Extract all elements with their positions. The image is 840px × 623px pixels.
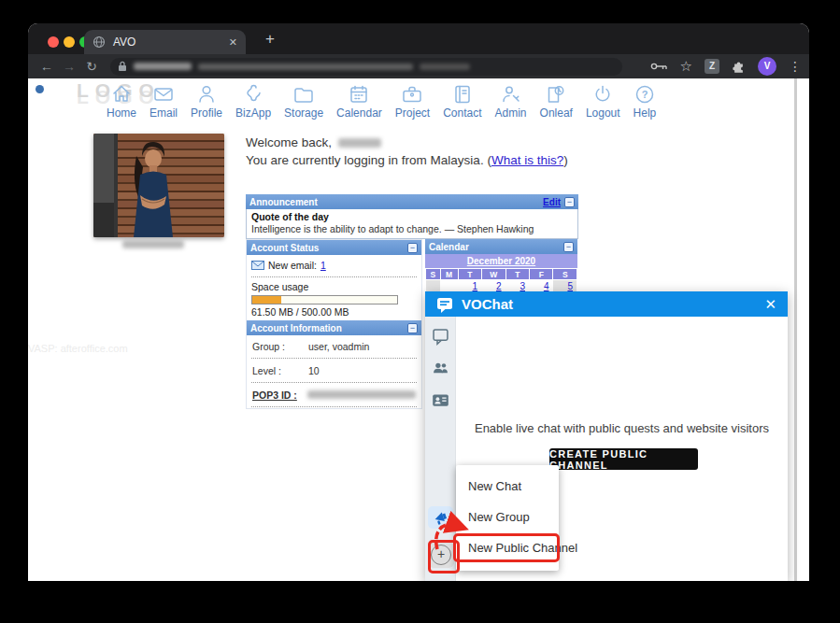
profile-photo [93, 134, 224, 237]
calendar-header: Calendar − [425, 239, 577, 254]
contacts-tab-icon[interactable] [431, 390, 450, 410]
pop3-id-link[interactable]: POP3 ID : [252, 389, 307, 401]
browser-tab[interactable]: AVO ✕ [84, 30, 246, 54]
calendar-date-link[interactable]: 3 [520, 281, 525, 291]
calendar-date-link[interactable]: 5 [567, 281, 573, 291]
nav-label: Logout [586, 106, 620, 120]
reload-button[interactable]: ↻ [80, 59, 103, 74]
create-public-channel-button[interactable]: CREATE PUBLIC CHANNEL [549, 448, 698, 470]
nav-item-onleaf[interactable]: Onleaf [540, 83, 573, 120]
help-icon: ? [634, 83, 656, 106]
account-status-header: Account Status − [247, 240, 421, 255]
calendar-day-header: T [459, 269, 481, 279]
nav-item-storage[interactable]: Storage [284, 83, 323, 120]
welcome-block: Welcome back, You are currently logging … [246, 135, 568, 167]
account-info-header: Account Information − [247, 320, 421, 335]
vochat-empty-text: Enable live chat with public quests and … [456, 421, 788, 435]
redacted-photo-name [122, 240, 184, 248]
account-info-body: Group : user, voadmin Level : 10 POP3 ID… [247, 335, 421, 414]
announcement-body: Quote of the day Intelligence is the abi… [246, 209, 578, 239]
nav-item-profile[interactable]: Profile [191, 83, 222, 120]
calendar-cell-empty [441, 280, 458, 291]
nav-label: Onleaf [540, 106, 573, 120]
account-status-collapse-button[interactable]: − [407, 243, 418, 253]
calendar-date-link[interactable]: 2 [496, 281, 502, 291]
nav-item-email[interactable]: Email [149, 83, 178, 120]
calendar-cell: 4 [530, 280, 552, 291]
nav-label: Calendar [336, 106, 382, 120]
announcement-edit-link[interactable]: Edit [543, 197, 561, 207]
divider [251, 406, 417, 407]
mac-minimize-button[interactable] [64, 36, 75, 48]
project-briefcase-icon [401, 83, 423, 106]
logo-dot-icon [36, 85, 44, 93]
chats-tab-icon[interactable] [431, 326, 450, 346]
annotation-arrow [430, 510, 477, 555]
tab-close-button[interactable]: ✕ [229, 36, 237, 49]
nav-label: Profile [191, 106, 222, 120]
menu-item-new-chat[interactable]: New Chat [456, 471, 559, 502]
welcome-location-text: You are currently logging in from Malays… [246, 153, 484, 167]
nav-label: BizApp [235, 106, 271, 120]
extension-z-icon[interactable]: Z [705, 59, 719, 74]
what-is-this-link[interactable]: What is this? [491, 153, 563, 167]
extensions-puzzle-icon[interactable] [732, 60, 746, 74]
announcement-title: Announcement [249, 197, 543, 207]
new-email-count-link[interactable]: 1 [320, 260, 326, 271]
calendar-cell: 5 [553, 280, 577, 291]
main-nav: Home Email Profile BizApp Storage [107, 83, 656, 120]
nav-label: Project [395, 106, 430, 120]
nav-item-bizapp[interactable]: BizApp [235, 83, 271, 120]
announcement-collapse-button[interactable]: − [564, 197, 575, 207]
new-tab-button[interactable]: + [259, 28, 281, 50]
vochat-close-button[interactable]: ✕ [764, 296, 776, 313]
address-bar[interactable] [110, 58, 622, 76]
profile-icon [195, 83, 218, 106]
page-scrollbar[interactable] [794, 78, 797, 581]
tab-title: AVO [113, 35, 221, 49]
welcome-greeting: Welcome back, [246, 135, 332, 149]
calendar-cell: 2 [482, 280, 505, 291]
forward-button[interactable]: → [58, 59, 80, 74]
profile-avatar[interactable]: V [758, 57, 776, 76]
calendar-day-header: W [482, 269, 505, 279]
calendar-table: S M T W T F S 1 2 3 4 [425, 268, 577, 292]
screenshot-stage: AVO ✕ + ← → ↻ [0, 0, 840, 623]
quote-text: Intelligence is the ability to adapt to … [251, 223, 573, 234]
nav-item-contact[interactable]: Contact [443, 83, 481, 120]
nav-item-home[interactable]: Home [107, 83, 136, 120]
calendar-collapse-button[interactable]: − [563, 242, 574, 252]
home-icon [110, 83, 133, 106]
bookmark-star-icon[interactable]: ☆ [680, 58, 692, 75]
level-value: 10 [308, 365, 320, 376]
redacted-url-path [198, 64, 413, 70]
redacted-username [338, 138, 381, 148]
calendar-day-header: S [553, 269, 577, 279]
mac-close-button[interactable] [48, 36, 59, 48]
nav-label: Email [149, 106, 178, 120]
password-key-icon[interactable] [650, 62, 668, 71]
space-usage-bar-fill [252, 296, 281, 304]
calendar-cell: 3 [506, 280, 529, 291]
paren-close: ) [563, 153, 568, 167]
groups-tab-icon[interactable] [431, 358, 450, 377]
calendar-month-row: December 2020 [425, 254, 577, 268]
email-icon [152, 83, 175, 106]
nav-label: Help [634, 106, 657, 120]
nav-item-help[interactable]: ? Help [634, 83, 657, 120]
calendar-date-link[interactable]: 4 [544, 281, 549, 291]
account-info-collapse-button[interactable]: − [407, 323, 418, 333]
account-status-title: Account Status [250, 243, 407, 253]
nav-item-calendar[interactable]: Calendar [336, 83, 382, 120]
nav-item-logout[interactable]: Logout [586, 83, 620, 120]
nav-label: Admin [495, 106, 527, 120]
chrome-menu-icon[interactable]: ⋮ [789, 59, 802, 74]
space-usage-label: Space usage [251, 281, 417, 292]
calendar-month-link[interactable]: December 2020 [467, 256, 535, 266]
nav-item-admin[interactable]: Admin [495, 83, 527, 120]
nav-item-project[interactable]: Project [395, 83, 430, 120]
calendar-date-link[interactable]: 1 [473, 281, 478, 291]
calendar-cell-empty [426, 280, 440, 291]
back-button[interactable]: ← [36, 59, 58, 74]
lock-icon [118, 61, 127, 72]
